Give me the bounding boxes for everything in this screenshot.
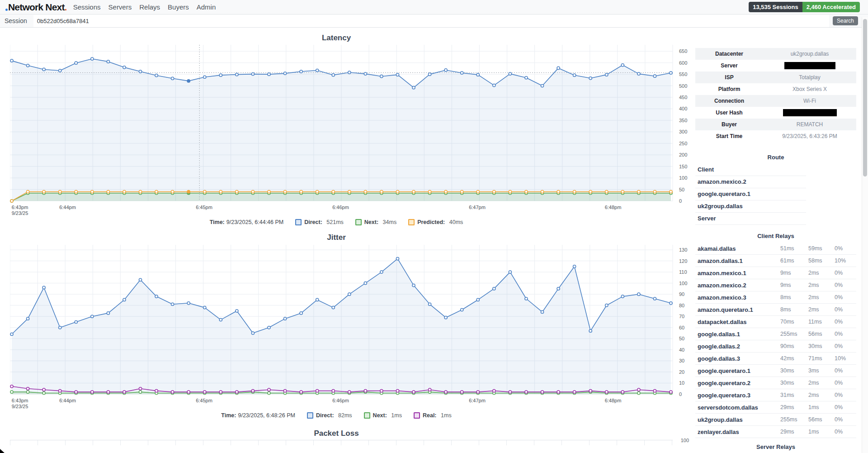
route-hop[interactable]: Client — [695, 164, 806, 176]
total-sessions-badge: 13,535 Sessions — [749, 2, 802, 12]
x-tick-label: 6:47pm — [469, 205, 486, 210]
x-tick-label: 6:45pm — [196, 205, 212, 210]
nav-link-buyers[interactable]: Buyers — [168, 3, 189, 11]
relay-jitter: 71ms — [808, 355, 835, 362]
info-row: BuyerREMATCH — [695, 119, 856, 130]
svg-text:450: 450 — [679, 95, 687, 100]
legend-value: 1ms — [439, 412, 452, 419]
relay-latency: 90ms — [780, 343, 808, 349]
relay-latency: 255ms — [780, 331, 808, 337]
relay-name[interactable]: google.queretaro.1 — [695, 367, 780, 374]
relay-name[interactable]: amazon.mexico.3 — [695, 294, 780, 301]
relay-name[interactable]: amazon.queretaro.1 — [695, 306, 780, 313]
relay-name[interactable]: amazon.dallas.1 — [695, 257, 780, 264]
relay-jitter: 2ms — [808, 294, 835, 300]
info-label: User Hash — [695, 110, 763, 116]
relay-name[interactable]: google.dallas.3 — [695, 355, 780, 362]
relay-packetloss: 0% — [835, 429, 856, 435]
relay-packetloss: 0% — [835, 380, 856, 386]
relay-jitter: 11ms — [808, 319, 835, 325]
relay-name[interactable]: google.queretaro.2 — [695, 380, 780, 386]
relay-name[interactable]: amazon.mexico.2 — [695, 282, 780, 289]
svg-text:100: 100 — [679, 175, 687, 181]
latency-legend: Time:9/23/2025, 6:44:46 PMDirect: 521msN… — [0, 217, 673, 227]
page-scrollbar[interactable] — [862, 17, 868, 453]
route-hop[interactable]: google.queretaro.1 — [695, 188, 806, 200]
relay-latency: 42ms — [780, 355, 808, 362]
x-tick-label: 6:44pm — [59, 398, 76, 403]
route-list: Clientamazon.mexico.2google.queretaro.1u… — [695, 164, 806, 225]
relay-row: amazon.queretaro.18ms2ms0% — [695, 304, 856, 316]
nav-links: SessionsServersRelaysBuyersAdmin — [73, 3, 216, 11]
relay-jitter: 56ms — [808, 416, 835, 423]
svg-text:120: 120 — [679, 258, 687, 264]
relay-name[interactable]: serversdotcom.dallas — [695, 404, 780, 411]
info-label: ISP — [695, 74, 763, 81]
relay-latency: 8ms — [780, 306, 808, 313]
info-value: Wi-Fi — [763, 98, 856, 104]
app-logo[interactable]: Network Next. — [5, 2, 67, 13]
route-hop[interactable]: amazon.mexico.2 — [695, 176, 806, 188]
info-label: Platform — [695, 86, 763, 92]
session-id-input[interactable] — [33, 15, 829, 27]
svg-text:300: 300 — [679, 129, 687, 134]
relay-packetloss: 10% — [835, 355, 856, 362]
svg-text:0: 0 — [679, 391, 682, 397]
relay-packetloss: 0% — [835, 270, 856, 276]
client-relays-table: akamai.dallas51ms59ms0%amazon.dallas.161… — [695, 243, 856, 438]
scrollbar-thumb[interactable] — [863, 19, 867, 176]
relay-row: google.dallas.1255ms56ms0% — [695, 328, 856, 340]
svg-text:50: 50 — [679, 187, 684, 192]
nav-link-servers[interactable]: Servers — [108, 3, 132, 11]
relay-latency: 29ms — [780, 404, 808, 410]
svg-text:110: 110 — [679, 269, 687, 275]
relay-row: google.dallas.342ms71ms10% — [695, 353, 856, 365]
svg-text:20: 20 — [679, 369, 684, 375]
svg-text:200: 200 — [679, 152, 687, 157]
route-hop[interactable]: Server — [695, 213, 806, 225]
relay-name[interactable]: datapacket.dallas — [695, 319, 780, 325]
latency-chart-plot[interactable]: 050100150200250300350400450500550600650 — [10, 45, 693, 204]
x-tick-date-label: 9/23/25 — [12, 404, 28, 409]
nav-link-admin[interactable]: Admin — [197, 3, 216, 11]
session-info-table: Datacenteruk2group.dallasServerISPTotalp… — [695, 48, 856, 142]
legend-item-predicted: Predicted: 40ms — [408, 219, 463, 225]
relay-row: akamai.dallas51ms59ms0% — [695, 243, 856, 255]
svg-text:0: 0 — [679, 198, 682, 204]
relay-latency: 9ms — [780, 270, 808, 276]
redacted-value — [784, 62, 835, 69]
relay-name[interactable]: zenlayer.dallas — [695, 429, 780, 435]
jitter-legend: Time:9/23/2025, 6:48:26 PMDirect: 82msNe… — [0, 410, 673, 420]
nav-link-relays[interactable]: Relays — [139, 3, 160, 11]
relay-row: google.dallas.290ms30ms0% — [695, 340, 856, 353]
relay-jitter: 59ms — [808, 245, 835, 252]
svg-text:70: 70 — [679, 314, 684, 319]
svg-text:600: 600 — [679, 60, 687, 66]
relay-name[interactable]: akamai.dallas — [695, 245, 780, 252]
relay-name[interactable]: google.queretaro.3 — [695, 392, 780, 399]
relay-name[interactable]: google.dallas.1 — [695, 331, 780, 338]
legend-item-next: Next: 34ms — [355, 219, 396, 225]
search-button[interactable]: Search — [833, 16, 858, 25]
logo-text: Network Next — [8, 2, 65, 12]
x-tick-label: 6:43pm — [12, 398, 28, 403]
relay-name[interactable]: google.dallas.2 — [695, 343, 780, 350]
route-hop[interactable]: uk2group.dallas — [695, 200, 806, 213]
nav-link-sessions[interactable]: Sessions — [73, 3, 101, 11]
relay-name[interactable]: amazon.mexico.1 — [695, 270, 780, 277]
relay-latency: 30ms — [780, 367, 808, 374]
relay-packetloss: 10% — [835, 257, 856, 264]
relay-row: datapacket.dallas70ms11ms0% — [695, 316, 856, 328]
relay-jitter: 2ms — [808, 282, 835, 288]
legend-time: Time:9/23/2025, 6:44:46 PM — [210, 219, 284, 225]
relay-jitter: 2ms — [808, 270, 835, 276]
packetloss-chart-plot[interactable]: 100 — [10, 440, 673, 445]
relay-latency: 61ms — [780, 257, 808, 264]
relay-name[interactable]: uk2group.dallas — [695, 416, 780, 423]
svg-text:10: 10 — [679, 380, 684, 386]
x-tick-label: 6:45pm — [196, 398, 212, 403]
corner-artifact — [0, 449, 5, 453]
jitter-chart-plot[interactable]: 0102030405060708090100110120130 — [10, 245, 693, 397]
relay-jitter: 1ms — [808, 404, 835, 410]
legend-value: 521ms — [325, 219, 344, 225]
